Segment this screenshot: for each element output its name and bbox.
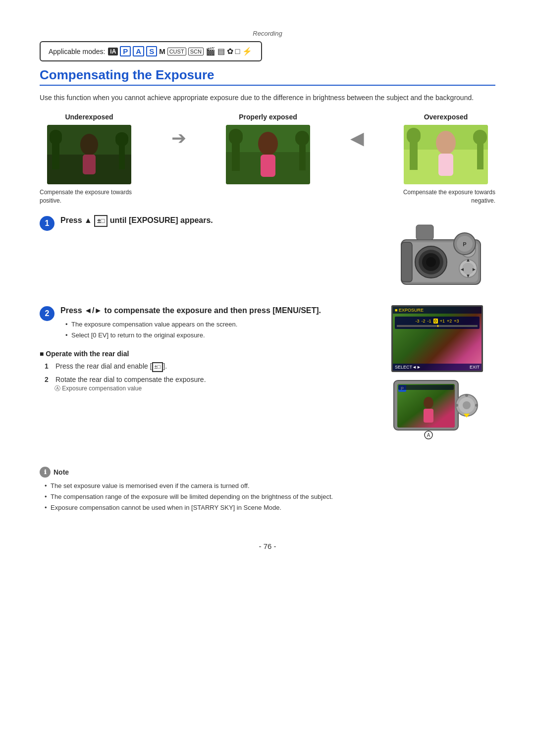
proper-item: Properly exposed bbox=[218, 113, 318, 184]
svg-point-54 bbox=[463, 401, 471, 409]
operate-steps: 1 Press the rear dial and enable [±□]. 2… bbox=[40, 362, 381, 393]
mode-s: S bbox=[146, 46, 157, 56]
mode-a: A bbox=[133, 46, 144, 56]
svg-point-18 bbox=[436, 131, 456, 155]
note-header: ℹ Note bbox=[40, 467, 495, 478]
camera-rear-svg: P A bbox=[391, 378, 483, 455]
note-icon: ℹ bbox=[40, 467, 51, 478]
svg-text:A: A bbox=[427, 432, 430, 438]
operate-section: Operate with the rear dial 1 Press the r… bbox=[40, 350, 381, 393]
mode-scene2-icon: □ bbox=[235, 47, 240, 56]
note-bullets: The set exposure value is memorised even… bbox=[40, 482, 495, 513]
svg-text:▼: ▼ bbox=[466, 273, 471, 278]
mode-scn: SCN bbox=[188, 48, 204, 55]
arrow-left-icon: ◀ bbox=[350, 113, 364, 149]
step1-text: Press ▲ ±□ until [EXPOSURE] appears. bbox=[60, 216, 213, 224]
applicable-modes-box: Applicable modes: iA P A S M CUST SCN 🎬 … bbox=[40, 41, 262, 61]
applicable-label: Applicable modes: bbox=[49, 48, 105, 55]
screen-bottom-bar: SELECT◄►EXIT bbox=[393, 364, 482, 371]
note-section: ℹ Note The set exposure value is memoris… bbox=[40, 467, 495, 513]
svg-rect-23 bbox=[473, 130, 487, 145]
note-title: Note bbox=[54, 468, 69, 476]
overexposed-photo bbox=[404, 125, 488, 184]
svg-text:◄: ◄ bbox=[460, 267, 465, 272]
page-number: - 76 - bbox=[40, 542, 495, 550]
step1-number: 1 bbox=[40, 216, 54, 231]
overexposed-item: Overexposed Compensate the exposure towa… bbox=[396, 113, 495, 205]
screen-bg bbox=[393, 307, 482, 371]
mode-m: M bbox=[159, 47, 165, 55]
mode-pano-icon: ▤ bbox=[217, 47, 225, 56]
exposure-screen: ■ EXPOSURE -3-2-1 0 +1+2+3 SELECT◄►EXIT bbox=[391, 305, 483, 372]
step1-image: P ▲ ▼ ◄ ► bbox=[391, 215, 495, 293]
screen-top-bar: ■ EXPOSURE bbox=[393, 307, 482, 314]
svg-point-29 bbox=[426, 257, 436, 267]
svg-text:►: ► bbox=[472, 267, 477, 272]
section-title: Compensating the Exposure bbox=[40, 67, 495, 86]
underexposed-photo bbox=[47, 125, 131, 184]
operate-sub-note: Ⓐ Exposure compensation value bbox=[45, 384, 142, 393]
caption-positive: Compensate the exposure towards positive… bbox=[40, 188, 139, 205]
svg-rect-49 bbox=[398, 385, 454, 390]
underexposed-item: Underexposed Compensate the exposure tow… bbox=[40, 113, 139, 205]
mode-cust: CUST bbox=[167, 48, 186, 55]
operate-step2: 2 Rotate the rear dial to compensate the… bbox=[45, 375, 381, 393]
step2-bullet2: Select [0 EV] to return to the original … bbox=[65, 331, 381, 340]
svg-rect-19 bbox=[438, 154, 453, 176]
step2-bullet1: The exposure compensation value appears … bbox=[65, 320, 381, 329]
svg-rect-7 bbox=[115, 132, 128, 146]
caption-negative: Compensate the exposure towards negative… bbox=[396, 188, 495, 205]
svg-rect-31 bbox=[416, 225, 433, 240]
step2-text: Press ◄/► to compensate the exposure and… bbox=[60, 306, 321, 315]
step2-left: 2 Press ◄/► to compensate the exposure a… bbox=[40, 305, 381, 398]
svg-point-50 bbox=[424, 397, 433, 409]
operate-step1: 1 Press the rear dial and enable [±□]. bbox=[45, 362, 381, 372]
underexposed-label: Underexposed bbox=[65, 113, 113, 121]
svg-point-55 bbox=[465, 394, 468, 397]
note-bullet1: The set exposure value is memorised even… bbox=[45, 482, 495, 490]
proper-label: Properly exposed bbox=[239, 113, 297, 121]
mode-movie-icon: 🎬 bbox=[206, 47, 215, 56]
proper-photo bbox=[226, 125, 310, 184]
camera-top-view-svg: P ▲ ▼ ◄ ► bbox=[391, 215, 490, 292]
step1-row: 1 Press ▲ ±□ until [EXPOSURE] appears. bbox=[40, 215, 495, 293]
svg-rect-15 bbox=[295, 131, 309, 146]
svg-text:P: P bbox=[463, 241, 466, 247]
step2-images: ■ EXPOSURE -3-2-1 0 +1+2+3 SELECT◄►EXIT bbox=[391, 305, 495, 455]
arrow-right-icon: ➔ bbox=[171, 113, 186, 149]
intro-text: Use this function when you cannot achiev… bbox=[40, 93, 495, 103]
svg-rect-51 bbox=[424, 409, 433, 423]
svg-rect-11 bbox=[261, 155, 275, 177]
svg-rect-13 bbox=[229, 129, 243, 145]
svg-point-58 bbox=[475, 404, 478, 407]
mode-ia: iA bbox=[108, 48, 118, 55]
recording-label: Recording bbox=[40, 30, 495, 37]
svg-rect-3 bbox=[83, 155, 96, 174]
operate-title: Operate with the rear dial bbox=[40, 350, 381, 358]
svg-rect-30 bbox=[401, 242, 412, 282]
note-bullet2: The compensation range of the exposure w… bbox=[45, 492, 495, 501]
overexposed-label: Overexposed bbox=[424, 113, 468, 121]
step2-number: 2 bbox=[40, 306, 54, 321]
svg-text:ℹ: ℹ bbox=[44, 469, 47, 476]
step2-bullets: The exposure compensation value appears … bbox=[60, 320, 381, 340]
mode-custom2-icon: ⚡ bbox=[242, 47, 252, 56]
step2-row: 2 Press ◄/► to compensate the exposure a… bbox=[40, 305, 495, 455]
svg-text:▲: ▲ bbox=[466, 257, 471, 263]
exposure-examples: Underexposed Compensate the exposure tow… bbox=[40, 113, 495, 205]
note-bullet3: Exposure compensation cannot be used whe… bbox=[45, 503, 495, 512]
svg-point-10 bbox=[258, 132, 278, 156]
mode-p: P bbox=[120, 46, 131, 56]
svg-point-57 bbox=[455, 404, 458, 407]
svg-rect-21 bbox=[407, 128, 421, 144]
svg-point-2 bbox=[80, 134, 98, 156]
svg-rect-5 bbox=[50, 130, 62, 145]
mode-scene1-icon: ✿ bbox=[227, 47, 233, 56]
step1-left: 1 Press ▲ ±□ until [EXPOSURE] appears. bbox=[40, 215, 381, 231]
